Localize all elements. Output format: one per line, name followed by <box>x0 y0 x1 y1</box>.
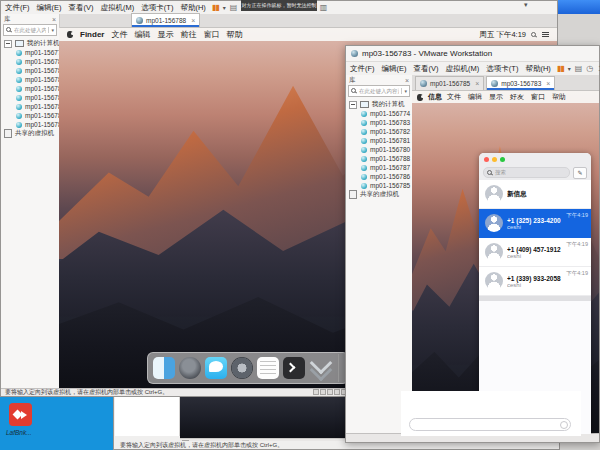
cdrom-icon[interactable] <box>320 389 326 395</box>
terminal-icon[interactable] <box>283 357 305 379</box>
macos-menu-item[interactable]: 显示 <box>157 29 173 40</box>
search-input[interactable]: 搜索 <box>483 167 570 178</box>
conversation-row[interactable]: 新信息 <box>479 180 591 209</box>
spotlight-icon[interactable] <box>531 32 537 38</box>
vm-list-item[interactable]: mp01-156782 <box>4 66 59 75</box>
macos-app-name[interactable]: Finder <box>80 30 104 39</box>
vm-list-item[interactable]: mp01-156787 <box>4 102 59 111</box>
menu-item[interactable]: 查看(V) <box>69 3 94 13</box>
vm-list-item[interactable]: mp01-156782 <box>349 127 412 136</box>
menu-item[interactable]: 虚拟机(M) <box>446 64 480 74</box>
minimize-traffic-light[interactable] <box>492 157 497 162</box>
macos-menu-item[interactable]: 窗口 <box>203 29 219 40</box>
menu-item[interactable]: 编辑(E) <box>37 3 62 13</box>
tree-collapse-icon[interactable] <box>349 101 357 109</box>
macos-menu-item[interactable]: 文件 <box>447 92 461 102</box>
menu-item[interactable]: 选项卡(T) <box>486 64 518 74</box>
vm-list-item[interactable]: mp01-156774 <box>4 48 59 57</box>
chevron-down-icon[interactable]: ▾ <box>223 5 226 11</box>
tree-shared-vms[interactable]: 共享的虚拟机 <box>4 129 59 138</box>
vm-list-item[interactable]: mp01-156780 <box>349 145 412 154</box>
close-icon[interactable]: × <box>52 16 56 23</box>
macos-menu-item[interactable]: 显示 <box>489 92 503 102</box>
macos-menu-item[interactable]: 前往 <box>180 29 196 40</box>
menu-item[interactable]: 帮助(H) <box>180 3 205 13</box>
vm-list-item[interactable]: mp01-156787 <box>349 163 412 172</box>
thumbnail-bar-icon[interactable]: ▥ <box>320 4 328 12</box>
vm-list-item[interactable]: mp01-156785 <box>4 120 59 129</box>
macos-menu-item[interactable]: 编辑 <box>468 92 482 102</box>
installer-icon[interactable] <box>309 357 331 379</box>
menu-item[interactable]: 查看(V) <box>414 64 439 74</box>
tree-root-my-computer[interactable]: 我的计算机 <box>349 100 412 109</box>
macos-menu-item[interactable]: 窗口 <box>531 92 545 102</box>
close-icon[interactable]: × <box>405 77 409 84</box>
conversation-row[interactable]: +1 (409) 457-1912 ceshi 下午4:19 <box>479 238 591 267</box>
tree-collapse-icon[interactable] <box>4 40 12 48</box>
menu-item[interactable]: 帮助(H) <box>525 64 550 74</box>
message-input[interactable] <box>409 418 571 431</box>
tree-root-my-computer[interactable]: 我的计算机 <box>4 39 59 48</box>
library-search-input[interactable]: 在此处键入内容进行搜索 ▾ <box>348 85 410 97</box>
close-icon[interactable]: × <box>475 80 479 87</box>
tree-shared-vms[interactable]: 共享的虚拟机 <box>349 190 412 199</box>
macos-menu-item[interactable]: 文件 <box>111 29 127 40</box>
vm-list-item[interactable]: mp01-156786 <box>4 111 59 120</box>
launchpad-icon[interactable] <box>179 357 201 379</box>
vm-list-item[interactable]: mp01-156785 <box>349 181 412 190</box>
chevron-down-icon[interactable]: ▾ <box>401 88 407 94</box>
menu-item[interactable]: 编辑(E) <box>382 64 407 74</box>
notification-center-icon[interactable] <box>542 32 549 38</box>
macos-menu-item[interactable]: 好友 <box>510 92 524 102</box>
tab-mp03-156783[interactable]: mp03-156783 × <box>486 76 555 90</box>
window-titlebar[interactable]: mp03-156783 - VMware Workstation <box>346 46 599 62</box>
close-traffic-light[interactable] <box>484 157 489 162</box>
apple-icon[interactable] <box>67 31 73 38</box>
vm-list-item[interactable]: mp01-156781 <box>4 75 59 84</box>
vm-list-item[interactable]: mp01-156783 <box>4 57 59 66</box>
menu-item[interactable]: 选项卡(T) <box>141 3 173 13</box>
conversation-row[interactable]: +1 (339) 933-2058 ceshi 下午4:19 <box>479 267 591 296</box>
ctrl-alt-del-icon[interactable]: ▤ <box>575 65 583 73</box>
messages-icon[interactable] <box>205 357 227 379</box>
close-icon[interactable]: × <box>546 80 550 87</box>
library-search-input[interactable]: 在此处键入内容进行搜索 ▾ <box>3 24 57 36</box>
vm-list-item[interactable]: mp01-156788 <box>4 93 59 102</box>
macos-menu-item[interactable]: 帮助 <box>226 29 242 40</box>
network-icon[interactable] <box>327 389 333 395</box>
chevron-down-icon[interactable]: ▾ <box>568 66 571 72</box>
remote-app-icon[interactable] <box>9 403 32 426</box>
vm-list-item[interactable]: mp01-156780 <box>4 84 59 93</box>
harddisk-icon[interactable] <box>313 389 319 395</box>
zoom-traffic-light[interactable] <box>500 157 505 162</box>
menu-item[interactable]: 文件(F) <box>5 3 30 13</box>
menu-item[interactable]: 虚拟机(M) <box>101 3 135 13</box>
ctrl-alt-del-icon[interactable]: ▤ <box>230 4 238 12</box>
preferences-icon[interactable] <box>231 357 253 379</box>
macos-menu-item[interactable]: 编辑 <box>134 29 150 40</box>
usb-icon[interactable] <box>334 389 340 395</box>
compose-new-message-button[interactable]: ✎ <box>573 167 587 179</box>
textedit-icon[interactable] <box>257 357 279 379</box>
apple-icon[interactable] <box>417 94 423 101</box>
macos-app-name[interactable]: 信息 <box>428 92 442 102</box>
pause-icon[interactable]: ▮▮ <box>557 65 564 73</box>
vm-display-macos[interactable]: 信息 文件编辑显示好友窗口帮助 搜索 ✎ <box>412 91 599 434</box>
vm-list-item[interactable]: mp01-156774 <box>349 109 412 118</box>
finder-icon[interactable] <box>153 357 175 379</box>
chevron-down-icon[interactable]: ▾ <box>524 1 528 9</box>
messages-titlebar[interactable] <box>479 153 591 165</box>
pause-icon[interactable]: ▮▮ <box>212 4 219 12</box>
tab-mp01-156788[interactable]: mp01-156788 × <box>131 13 200 27</box>
macos-menu-item[interactable]: 帮助 <box>552 92 566 102</box>
menu-item[interactable]: 文件(F) <box>350 64 375 74</box>
snapshot-clock-icon[interactable]: ◷ <box>586 65 593 73</box>
vm-list-item[interactable]: mp01-156786 <box>349 172 412 181</box>
vm-list-item[interactable]: mp01-156788 <box>349 154 412 163</box>
conversation-row[interactable]: +1 (325) 233-4200 ceshi 下午4:19 <box>479 209 591 238</box>
vm-list-item[interactable]: mp01-156781 <box>349 136 412 145</box>
chevron-down-icon[interactable]: ▾ <box>48 27 54 33</box>
vm-list-item[interactable]: mp01-156783 <box>349 118 412 127</box>
tab-mp01-156785[interactable]: mp01-156785 × <box>415 76 484 90</box>
close-icon[interactable]: × <box>191 17 195 24</box>
